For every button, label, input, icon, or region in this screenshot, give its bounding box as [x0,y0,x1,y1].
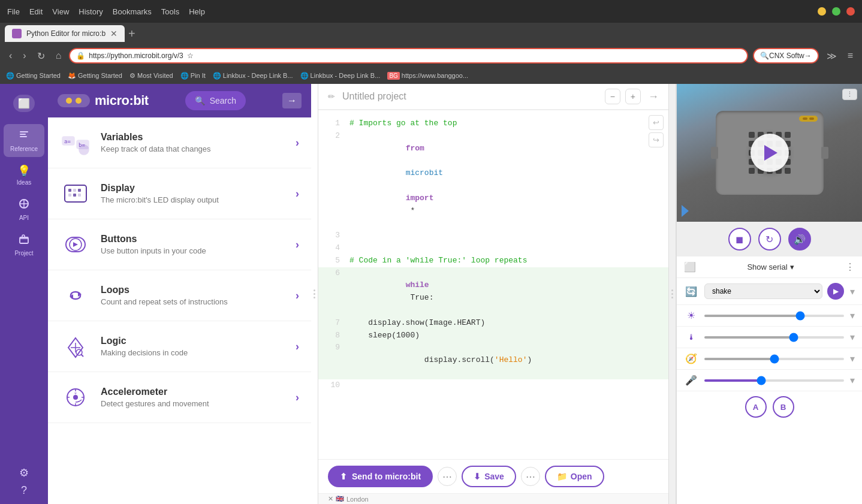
locale-bar: ✕ 🇬🇧 London [318,493,668,504]
flag-icon: 🇬🇧 [336,495,344,503]
editor-simulator-resize-handle[interactable] [668,84,676,504]
variables-icon: a= b= [60,127,91,158]
buttons-desc: Use button inputs in your code [101,246,286,255]
shake-play-button[interactable]: ▶ [827,283,844,300]
microphone-sensor-slider[interactable] [704,379,844,382]
bookmarks-menu[interactable]: Bookmarks [113,7,152,16]
code-line-4: 4 [328,242,659,255]
open-button[interactable]: 📁 Open [545,466,604,487]
search-box[interactable]: 🔍 Search [185,91,246,110]
active-tab[interactable]: Python Editor for micro:b ✕ [5,25,125,42]
view-menu[interactable]: View [52,7,69,16]
menu-item-loops[interactable]: Loops Count and repeat sets of instructi… [48,270,311,321]
temperature-expand-button[interactable]: ▾ [850,331,855,343]
sidebar-item-reference[interactable]: Reference [4,124,44,157]
bookmark-icon: 🌐 [6,72,14,80]
svg-rect-13 [68,189,71,192]
temperature-sensor-slider[interactable] [704,336,844,339]
search-bar[interactable]: 🔍 CNX Softw → [753,48,819,64]
search-box-icon: 🔍 [195,96,205,105]
send-more-options-button[interactable]: ⋯ [438,467,457,486]
display-icon [60,178,91,209]
new-tab-button[interactable]: + [128,27,135,41]
bookmark-getting-started-2[interactable]: 🦊 Getting Started [68,72,122,80]
menu-item-buttons[interactable]: Buttons Use button inputs in your code › [48,219,311,270]
undo-button[interactable]: ↩ [649,115,664,130]
sidebar-item-api[interactable]: API [4,193,44,226]
play-button[interactable] [751,134,789,172]
svg-point-11 [79,145,89,155]
microphone-expand-button[interactable]: ▾ [850,375,855,386]
sidebar-item-project[interactable]: Project [4,228,44,261]
button-a[interactable]: A [745,396,767,418]
back-button[interactable]: ‹ [6,49,15,62]
expand-editor-button[interactable]: → [648,90,659,103]
tools-menu[interactable]: Tools [161,7,179,16]
code-editor[interactable]: 1 # Imports go at the top 2 from microbi… [318,110,668,459]
send-to-microbit-button[interactable]: ⬆ Send to micro:bit [328,466,433,487]
menu-item-logic[interactable]: Logic Making decisions in code › [48,321,311,372]
forward-button[interactable]: › [20,49,29,62]
expand-panel-button[interactable]: → [282,93,302,108]
bookmark-most-visited[interactable]: ⚙ Most Visited [129,72,173,80]
reference-icon [18,129,30,144]
svg-text:a=: a= [64,138,71,144]
url-bar[interactable]: 🔒 https://python.microbit.org/v/3 ☆ [69,48,748,64]
simulator-controls: ◼ ↻ 🔊 [677,222,862,256]
light-sensor-slider[interactable] [704,315,844,317]
editor-header: ✏ Untitled project − + → [318,84,668,110]
title-bar: File Edit View History Bookmarks Tools H… [0,0,862,23]
settings-icon[interactable]: ⚙ [19,466,29,479]
home-button[interactable]: ⌂ [53,49,65,62]
more-tools-button[interactable]: ≫ [824,49,840,63]
show-serial-button[interactable]: Show serial ▾ [747,262,794,271]
undo-redo-panel: ↩ ↪ [649,115,664,147]
zoom-out-button[interactable]: − [605,89,620,104]
help-icon[interactable]: ? [21,484,27,497]
close-button[interactable] [846,7,855,16]
menu-item-accelerometer[interactable]: Accelerometer Detect gestures and moveme… [48,372,311,423]
compass-sensor-slider[interactable] [704,358,844,360]
sidebar-item-ideas[interactable]: 💡 Ideas [4,159,44,191]
edit-menu[interactable]: Edit [29,7,43,16]
simulator-options-button[interactable]: ⋮ [842,89,857,100]
bookmark-pin-it[interactable]: 🌐 Pin It [180,72,206,80]
svg-rect-17 [73,194,76,197]
variables-desc: Keep track of data that changes [101,144,286,153]
serial-more-button[interactable]: ⋮ [845,261,855,273]
redo-button[interactable]: ↪ [649,132,664,147]
light-expand-button[interactable]: ▾ [850,310,855,321]
history-menu[interactable]: History [79,7,103,16]
button-b[interactable]: B [773,396,794,418]
stop-button[interactable]: ◼ [728,228,751,251]
shake-sensor-select[interactable]: shake tilt left tilt right face up face … [704,283,822,299]
bookmark-banggoo[interactable]: BG https://www.banggoo... [387,72,468,80]
compass-expand-button[interactable]: ▾ [850,353,855,364]
minimize-button[interactable] [818,7,826,16]
bookmark-icon: 🌐 [213,72,221,80]
zoom-in-button[interactable]: + [625,89,641,104]
bookmark-linkbux-2[interactable]: 🌐 Linkbux - Deep Link B... [300,72,381,80]
security-icon: 🔒 [76,52,85,60]
bookmark-getting-started-1[interactable]: 🌐 Getting Started [6,72,61,80]
bookmark-linkbux-1[interactable]: 🌐 Linkbux - Deep Link B... [213,72,293,80]
reload-button[interactable]: ↻ [34,49,48,63]
loops-title: Loops [101,285,286,295]
help-menu[interactable]: Help [189,7,205,16]
bookmark-star-icon[interactable]: ☆ [187,52,194,60]
menu-item-display[interactable]: Display The micro:bit's LED display outp… [48,168,311,219]
tab-close-button[interactable]: ✕ [110,29,117,38]
panel-resize-handle[interactable] [311,84,318,504]
save-more-options-button[interactable]: ⋯ [521,467,540,486]
send-icon: ⬆ [340,472,347,481]
save-button[interactable]: ⬇ Save [462,466,516,487]
menu-item-variables[interactable]: a= b= Variables Keep track of data that … [48,117,311,168]
display-arrow-icon: › [296,188,299,200]
shake-expand-button[interactable]: ▾ [850,286,855,297]
sound-button[interactable]: 🔊 [788,228,811,251]
maximize-button[interactable] [832,7,840,16]
menu-button[interactable]: ≡ [845,49,856,62]
sensor-item-light: ☀ ▾ [677,305,862,327]
loop-button[interactable]: ↻ [758,228,781,251]
file-menu[interactable]: File [7,7,20,16]
